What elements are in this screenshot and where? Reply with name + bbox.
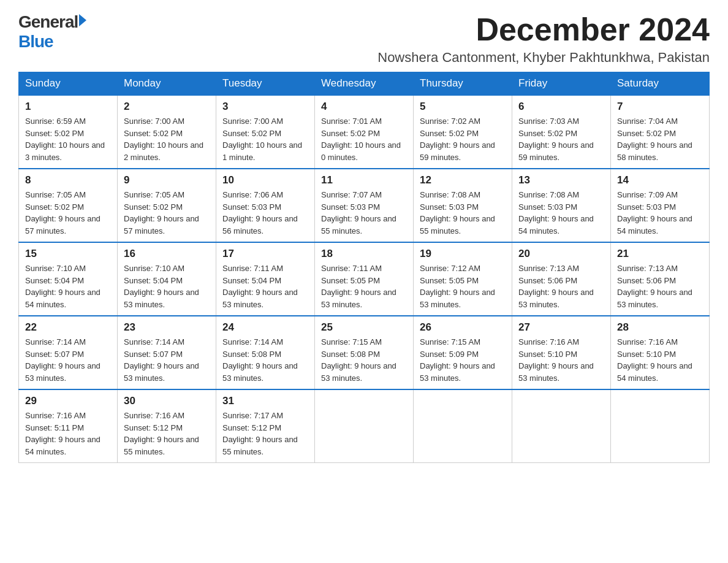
col-tuesday: Tuesday xyxy=(216,72,315,96)
day-number: 11 xyxy=(321,174,407,186)
day-info: Sunrise: 7:16 AM Sunset: 5:10 PM Dayligh… xyxy=(518,336,604,384)
day-info: Sunrise: 7:05 AM Sunset: 5:02 PM Dayligh… xyxy=(124,189,210,237)
logo-triangle-icon xyxy=(79,14,86,26)
table-row: 22 Sunrise: 7:14 AM Sunset: 5:07 PM Dayl… xyxy=(19,316,118,389)
table-row: 30 Sunrise: 7:16 AM Sunset: 5:12 PM Dayl… xyxy=(118,389,216,463)
table-row: 21 Sunrise: 7:13 AM Sunset: 5:06 PM Dayl… xyxy=(611,242,710,316)
day-info: Sunrise: 7:12 AM Sunset: 5:05 PM Dayligh… xyxy=(420,262,506,310)
day-info: Sunrise: 7:15 AM Sunset: 5:09 PM Dayligh… xyxy=(420,336,506,384)
calendar-week-row: 8 Sunrise: 7:05 AM Sunset: 5:02 PM Dayli… xyxy=(19,169,710,242)
table-row: 14 Sunrise: 7:09 AM Sunset: 5:03 PM Dayl… xyxy=(611,169,710,242)
day-number: 9 xyxy=(124,174,210,186)
day-info: Sunrise: 6:59 AM Sunset: 5:02 PM Dayligh… xyxy=(25,115,111,163)
day-info: Sunrise: 7:08 AM Sunset: 5:03 PM Dayligh… xyxy=(420,189,506,237)
day-number: 6 xyxy=(518,101,604,113)
title-section: December 2024 Nowshera Cantonment, Khybe… xyxy=(377,12,710,66)
day-number: 3 xyxy=(222,101,308,113)
table-row: 13 Sunrise: 7:08 AM Sunset: 5:03 PM Dayl… xyxy=(512,169,611,242)
page-header: General Blue December 2024 Nowshera Cant… xyxy=(18,12,710,66)
table-row: 26 Sunrise: 7:15 AM Sunset: 5:09 PM Dayl… xyxy=(414,316,512,389)
day-number: 7 xyxy=(617,101,703,113)
table-row: 1 Sunrise: 6:59 AM Sunset: 5:02 PM Dayli… xyxy=(19,95,118,169)
table-row: 4 Sunrise: 7:01 AM Sunset: 5:02 PM Dayli… xyxy=(315,95,414,169)
day-info: Sunrise: 7:04 AM Sunset: 5:02 PM Dayligh… xyxy=(617,115,703,163)
logo: General Blue xyxy=(18,12,86,52)
table-row: 10 Sunrise: 7:06 AM Sunset: 5:03 PM Dayl… xyxy=(216,169,315,242)
day-number: 21 xyxy=(617,248,703,260)
day-info: Sunrise: 7:10 AM Sunset: 5:04 PM Dayligh… xyxy=(25,262,111,310)
day-info: Sunrise: 7:08 AM Sunset: 5:03 PM Dayligh… xyxy=(518,189,604,237)
day-number: 25 xyxy=(321,321,407,334)
day-info: Sunrise: 7:07 AM Sunset: 5:03 PM Dayligh… xyxy=(321,189,407,237)
col-saturday: Saturday xyxy=(611,72,710,96)
table-row: 18 Sunrise: 7:11 AM Sunset: 5:05 PM Dayl… xyxy=(315,242,414,316)
table-row xyxy=(611,389,710,463)
logo-blue-text: Blue xyxy=(18,32,86,52)
day-number: 8 xyxy=(25,174,111,186)
table-row: 6 Sunrise: 7:03 AM Sunset: 5:02 PM Dayli… xyxy=(512,95,611,169)
day-number: 31 xyxy=(222,395,308,407)
location-subtitle: Nowshera Cantonment, Khyber Pakhtunkhwa,… xyxy=(377,50,710,66)
day-number: 23 xyxy=(124,321,210,334)
day-info: Sunrise: 7:01 AM Sunset: 5:02 PM Dayligh… xyxy=(321,115,407,163)
table-row: 24 Sunrise: 7:14 AM Sunset: 5:08 PM Dayl… xyxy=(216,316,315,389)
calendar-week-row: 1 Sunrise: 6:59 AM Sunset: 5:02 PM Dayli… xyxy=(19,95,710,169)
col-thursday: Thursday xyxy=(414,72,512,96)
day-number: 2 xyxy=(124,101,210,113)
table-row: 25 Sunrise: 7:15 AM Sunset: 5:08 PM Dayl… xyxy=(315,316,414,389)
day-number: 16 xyxy=(124,248,210,260)
table-row: 28 Sunrise: 7:16 AM Sunset: 5:10 PM Dayl… xyxy=(611,316,710,389)
day-number: 20 xyxy=(518,248,604,260)
day-number: 19 xyxy=(420,248,506,260)
calendar-week-row: 15 Sunrise: 7:10 AM Sunset: 5:04 PM Dayl… xyxy=(19,242,710,316)
table-row xyxy=(512,389,611,463)
table-row: 7 Sunrise: 7:04 AM Sunset: 5:02 PM Dayli… xyxy=(611,95,710,169)
day-info: Sunrise: 7:15 AM Sunset: 5:08 PM Dayligh… xyxy=(321,336,407,384)
table-row: 27 Sunrise: 7:16 AM Sunset: 5:10 PM Dayl… xyxy=(512,316,611,389)
col-wednesday: Wednesday xyxy=(315,72,414,96)
day-number: 17 xyxy=(222,248,308,260)
table-row: 17 Sunrise: 7:11 AM Sunset: 5:04 PM Dayl… xyxy=(216,242,315,316)
table-row: 15 Sunrise: 7:10 AM Sunset: 5:04 PM Dayl… xyxy=(19,242,118,316)
calendar-table: Sunday Monday Tuesday Wednesday Thursday… xyxy=(18,72,710,463)
day-number: 15 xyxy=(25,248,111,260)
table-row: 29 Sunrise: 7:16 AM Sunset: 5:11 PM Dayl… xyxy=(19,389,118,463)
table-row: 11 Sunrise: 7:07 AM Sunset: 5:03 PM Dayl… xyxy=(315,169,414,242)
table-row: 19 Sunrise: 7:12 AM Sunset: 5:05 PM Dayl… xyxy=(414,242,512,316)
day-info: Sunrise: 7:16 AM Sunset: 5:10 PM Dayligh… xyxy=(617,336,703,384)
day-number: 27 xyxy=(518,321,604,334)
day-number: 13 xyxy=(518,174,604,186)
day-number: 10 xyxy=(222,174,308,186)
day-info: Sunrise: 7:11 AM Sunset: 5:04 PM Dayligh… xyxy=(222,262,308,310)
table-row: 5 Sunrise: 7:02 AM Sunset: 5:02 PM Dayli… xyxy=(414,95,512,169)
day-info: Sunrise: 7:13 AM Sunset: 5:06 PM Dayligh… xyxy=(617,262,703,310)
table-row xyxy=(414,389,512,463)
table-row: 20 Sunrise: 7:13 AM Sunset: 5:06 PM Dayl… xyxy=(512,242,611,316)
day-number: 28 xyxy=(617,321,703,334)
logo-general-text: General xyxy=(18,12,78,32)
day-number: 1 xyxy=(25,101,111,113)
table-row: 2 Sunrise: 7:00 AM Sunset: 5:02 PM Dayli… xyxy=(118,95,216,169)
day-info: Sunrise: 7:11 AM Sunset: 5:05 PM Dayligh… xyxy=(321,262,407,310)
day-info: Sunrise: 7:06 AM Sunset: 5:03 PM Dayligh… xyxy=(222,189,308,237)
day-info: Sunrise: 7:10 AM Sunset: 5:04 PM Dayligh… xyxy=(124,262,210,310)
day-number: 5 xyxy=(420,101,506,113)
day-number: 18 xyxy=(321,248,407,260)
table-row: 3 Sunrise: 7:00 AM Sunset: 5:02 PM Dayli… xyxy=(216,95,315,169)
day-number: 12 xyxy=(420,174,506,186)
col-sunday: Sunday xyxy=(19,72,118,96)
day-info: Sunrise: 7:13 AM Sunset: 5:06 PM Dayligh… xyxy=(518,262,604,310)
day-info: Sunrise: 7:09 AM Sunset: 5:03 PM Dayligh… xyxy=(617,189,703,237)
table-row: 8 Sunrise: 7:05 AM Sunset: 5:02 PM Dayli… xyxy=(19,169,118,242)
calendar-week-row: 29 Sunrise: 7:16 AM Sunset: 5:11 PM Dayl… xyxy=(19,389,710,463)
table-row: 12 Sunrise: 7:08 AM Sunset: 5:03 PM Dayl… xyxy=(414,169,512,242)
day-info: Sunrise: 7:14 AM Sunset: 5:07 PM Dayligh… xyxy=(25,336,111,384)
day-info: Sunrise: 7:17 AM Sunset: 5:12 PM Dayligh… xyxy=(222,410,308,458)
day-info: Sunrise: 7:03 AM Sunset: 5:02 PM Dayligh… xyxy=(518,115,604,163)
col-friday: Friday xyxy=(512,72,611,96)
day-info: Sunrise: 7:14 AM Sunset: 5:08 PM Dayligh… xyxy=(222,336,308,384)
day-info: Sunrise: 7:14 AM Sunset: 5:07 PM Dayligh… xyxy=(124,336,210,384)
day-number: 30 xyxy=(124,395,210,407)
day-info: Sunrise: 7:02 AM Sunset: 5:02 PM Dayligh… xyxy=(420,115,506,163)
table-row xyxy=(315,389,414,463)
